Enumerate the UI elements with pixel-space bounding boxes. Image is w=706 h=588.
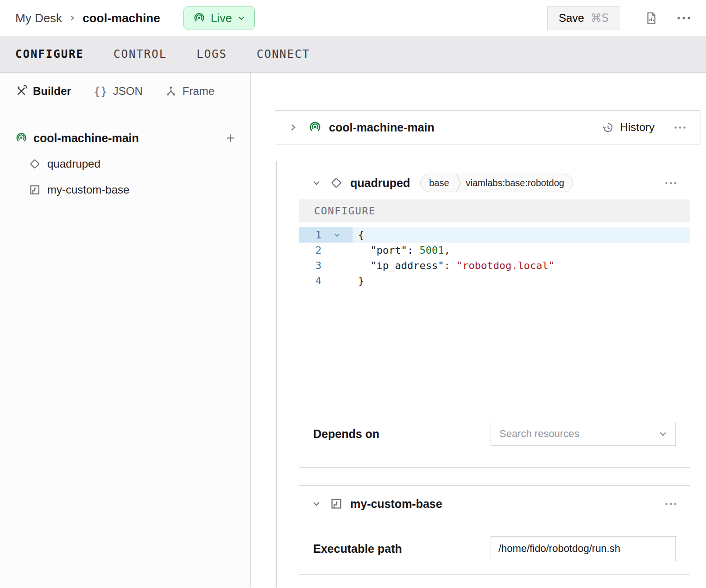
tab-control[interactable]: CONTROL	[113, 48, 167, 61]
document-chart-icon	[644, 11, 658, 25]
custom-base-card-title: my-custom-base	[350, 497, 442, 511]
module-icon	[29, 184, 41, 196]
executable-path-input[interactable]	[491, 536, 676, 561]
code-line[interactable]: 2 "port": 5001,	[299, 243, 690, 258]
machine-part-card: cool-machine-main History	[275, 110, 700, 144]
part-card-title: cool-machine-main	[329, 121, 602, 134]
view-json-label: JSON	[113, 85, 143, 98]
save-button[interactable]: Save ⌘S	[547, 6, 620, 30]
editor-gutter: 2	[299, 243, 353, 258]
search-resources-input[interactable]	[499, 428, 659, 440]
tree-item-label: quadruped	[47, 157, 101, 170]
tree-item-label: cool-machine-main	[33, 131, 226, 145]
tree-item-my-custom-base[interactable]: my-custom-base	[0, 177, 250, 203]
breadcrumb-parent-link[interactable]: My Desk	[15, 11, 62, 25]
sidebar: Builder {} JSON Frame	[0, 73, 251, 588]
history-label: History	[620, 121, 655, 134]
custom-base-card-body: Executable path	[299, 522, 690, 574]
view-toggle: Builder {} JSON Frame	[0, 73, 250, 110]
line-number: 2	[299, 243, 321, 258]
breadcrumb: My Desk cool-machine	[15, 11, 160, 25]
code-line[interactable]: 3 "ip_address": "robotdog.local"	[299, 258, 690, 273]
code-text: "ip_address": "robotdog.local"	[353, 258, 690, 273]
fold-placeholder	[321, 258, 353, 273]
part-card-menu-button[interactable]	[674, 126, 686, 129]
collapse-chevron-down-icon[interactable]	[312, 500, 321, 508]
fold-placeholder	[321, 273, 353, 288]
quadruped-card-header: quadruped base viamlabs:base:robotdog	[299, 166, 690, 200]
depends-on-row: Depends on	[299, 413, 690, 467]
custom-base-card-menu-button[interactable]	[665, 502, 677, 506]
tab-connect[interactable]: CONNECT	[257, 48, 310, 61]
fold-chevron-icon[interactable]	[321, 227, 353, 243]
machine-name: cool-machine	[82, 11, 160, 25]
expand-chevron-right-icon[interactable]	[289, 123, 297, 131]
editor-gutter: 3	[299, 258, 353, 273]
diamond-icon	[29, 158, 41, 170]
resource-tree: cool-machine-main + quadruped my-custom-…	[0, 110, 250, 203]
custom-base-card-header: my-custom-base	[299, 486, 690, 522]
ellipsis-icon	[665, 181, 677, 185]
tree-item-label: my-custom-base	[47, 183, 129, 196]
code-line[interactable]: 4 }	[299, 273, 690, 288]
json-code-editor[interactable]: 1 { 2 "port": 5001,	[299, 222, 690, 413]
tab-logs[interactable]: LOGS	[196, 48, 227, 61]
view-frame-label: Frame	[183, 85, 214, 98]
code-line[interactable]: 1 {	[299, 227, 690, 243]
content-area: Builder {} JSON Frame	[0, 73, 706, 588]
depends-on-select[interactable]	[491, 422, 676, 446]
tab-bar: CONFIGURE CONTROL LOGS CONNECT	[0, 36, 706, 73]
quadruped-card-menu-button[interactable]	[665, 181, 677, 185]
save-shortcut: ⌘S	[591, 12, 609, 25]
custom-base-card: my-custom-base Executable path	[299, 485, 690, 575]
frame-axes-icon	[165, 85, 177, 97]
save-label: Save	[559, 12, 584, 25]
tree-item-quadruped[interactable]: quadruped	[0, 151, 250, 177]
ellipsis-icon	[665, 502, 677, 506]
collapse-chevron-down-icon[interactable]	[312, 179, 321, 187]
resource-type-badge: base viamlabs:base:robotdog	[420, 174, 573, 192]
tree-item-machine-part[interactable]: cool-machine-main +	[0, 125, 250, 151]
line-number: 4	[299, 273, 321, 288]
ellipsis-icon	[674, 126, 686, 129]
configure-section-header: CONFIGURE	[299, 200, 690, 222]
quadruped-card-title: quadruped	[350, 176, 410, 190]
top-bar: My Desk cool-machine Live Save ⌘S	[0, 0, 706, 36]
history-button[interactable]: History	[602, 121, 655, 134]
resource-cards: quadruped base viamlabs:base:robotdog	[299, 166, 690, 575]
broadcast-icon	[309, 121, 321, 134]
chevron-down-icon	[659, 430, 667, 438]
code-text: {	[353, 227, 690, 243]
badge-type: base	[421, 178, 455, 188]
depends-on-label: Depends on	[313, 427, 379, 441]
view-builder[interactable]: Builder	[15, 85, 71, 98]
module-icon	[330, 497, 343, 510]
executable-path-label: Executable path	[313, 542, 402, 556]
indent-guide-line	[276, 161, 277, 588]
machine-status-dropdown[interactable]: Live	[183, 6, 255, 30]
broadcast-icon	[15, 132, 27, 144]
code-text: "port": 5001,	[353, 243, 690, 258]
more-options-button[interactable]	[677, 16, 691, 20]
ellipsis-icon	[677, 16, 691, 20]
chevron-down-icon	[238, 14, 245, 22]
history-clock-icon	[602, 121, 614, 134]
machine-report-button[interactable]	[644, 11, 658, 25]
badge-divider	[456, 174, 461, 192]
view-builder-label: Builder	[33, 85, 71, 98]
tab-configure[interactable]: CONFIGURE	[15, 48, 84, 61]
tools-icon	[15, 85, 27, 97]
quadruped-card: quadruped base viamlabs:base:robotdog	[299, 166, 690, 468]
configure-section-label: CONFIGURE	[314, 205, 376, 217]
add-resource-button[interactable]: +	[226, 131, 235, 145]
view-frame[interactable]: Frame	[165, 85, 214, 98]
diamond-icon	[330, 176, 343, 189]
main-panel: cool-machine-main History	[251, 73, 706, 588]
status-label: Live	[211, 12, 232, 25]
line-number: 3	[299, 258, 321, 273]
editor-gutter: 1	[299, 227, 353, 243]
broadcast-icon	[193, 12, 205, 24]
code-text: }	[353, 273, 690, 288]
line-number: 1	[299, 227, 321, 243]
view-json[interactable]: {} JSON	[94, 85, 143, 98]
